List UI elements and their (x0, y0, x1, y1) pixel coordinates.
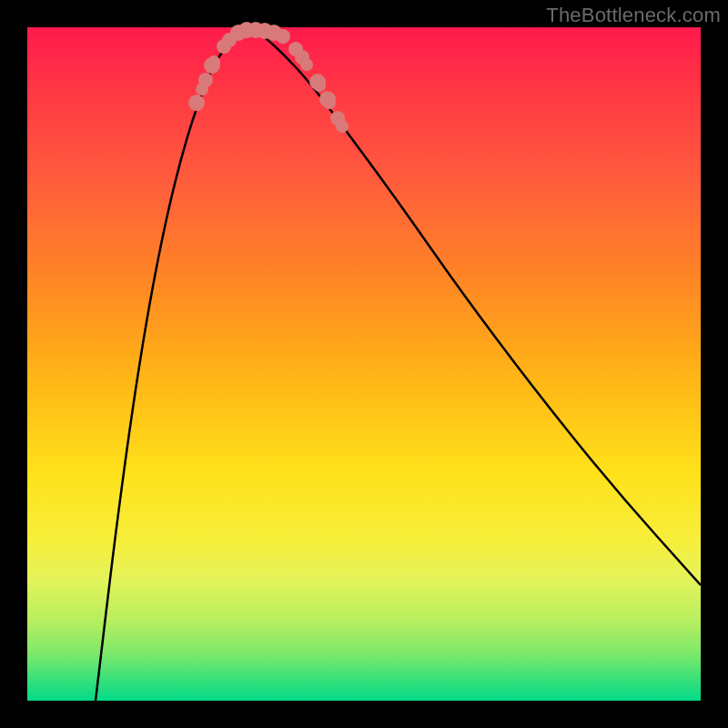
data-markers (188, 22, 349, 133)
chart-frame: TheBottleneck.com (0, 0, 728, 728)
curve-right-branch (250, 29, 701, 585)
watermark-text: TheBottleneck.com (546, 4, 721, 27)
data-marker (323, 96, 336, 109)
data-marker (300, 58, 313, 71)
bottleneck-curve-svg (27, 27, 701, 701)
curve-left-branch (96, 29, 250, 701)
data-marker (188, 95, 205, 111)
data-marker (198, 73, 213, 87)
data-marker (276, 29, 290, 44)
plot-area (27, 27, 701, 701)
data-marker (313, 79, 326, 92)
data-marker (207, 56, 220, 68)
data-marker (336, 120, 349, 133)
